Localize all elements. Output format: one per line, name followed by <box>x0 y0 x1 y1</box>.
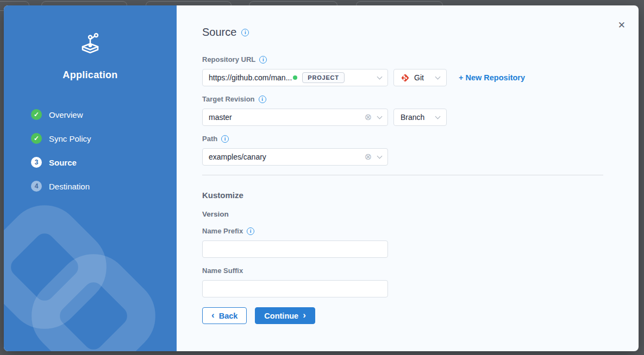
git-icon <box>401 73 410 83</box>
section-divider <box>202 175 603 175</box>
clear-icon[interactable]: ⊗ <box>365 153 372 161</box>
target-revision-group: Target Revision i master ⊗ Branch <box>202 95 639 126</box>
info-icon[interactable]: i <box>241 29 249 36</box>
step-label: Overview <box>49 110 83 119</box>
step-label: Source <box>49 158 77 167</box>
application-wizard-modal: Application ✓ Overview ✓ Sync Policy 3 S… <box>4 5 639 351</box>
target-revision-input[interactable]: master ⊗ <box>202 109 388 126</box>
argo-logo-watermark <box>4 194 161 351</box>
target-revision-value: master <box>209 113 232 122</box>
step-destination[interactable]: 4 Destination <box>31 181 177 192</box>
kustomize-heading: Kustomize <box>202 191 639 200</box>
info-icon[interactable]: i <box>259 96 266 103</box>
step-overview[interactable]: ✓ Overview <box>31 109 177 120</box>
step-source[interactable]: 3 Source <box>31 157 177 168</box>
name-suffix-input[interactable] <box>202 280 388 297</box>
path-input[interactable]: examples/canary ⊗ <box>202 148 388 166</box>
wizard-steps: ✓ Overview ✓ Sync Policy 3 Source 4 Dest… <box>4 109 177 192</box>
path-label: Path i <box>202 135 639 143</box>
info-icon[interactable]: i <box>247 227 254 235</box>
application-box-icon <box>78 33 103 55</box>
revision-type-select[interactable]: Branch <box>393 109 447 126</box>
name-suffix-label: Name Suffix <box>202 267 639 275</box>
path-value: examples/canary <box>209 153 266 161</box>
project-badge: PROJECT <box>302 72 345 83</box>
wizard-nav-buttons: ‹ Back Continue › <box>202 307 639 324</box>
info-icon[interactable]: i <box>221 135 229 143</box>
chevron-left-icon: ‹ <box>211 310 215 320</box>
back-button[interactable]: ‹ Back <box>202 307 247 324</box>
chevron-down-icon <box>435 113 441 119</box>
wizard-sidebar: Application ✓ Overview ✓ Sync Policy 3 S… <box>4 5 177 351</box>
path-group: Path i examples/canary ⊗ <box>202 135 639 166</box>
chevron-right-icon: › <box>303 310 306 320</box>
source-form-panel: ✕ Source i Repository URL i https://gith… <box>177 5 639 351</box>
chevron-down-icon[interactable] <box>377 113 383 119</box>
chevron-down-icon[interactable] <box>377 74 383 79</box>
check-icon: ✓ <box>31 133 42 144</box>
clear-icon[interactable]: ⊗ <box>365 113 372 122</box>
name-prefix-label: Name Prefix i <box>202 227 639 235</box>
info-icon[interactable]: i <box>259 56 267 64</box>
step-number-badge: 4 <box>31 181 42 192</box>
step-sync-policy[interactable]: ✓ Sync Policy <box>31 133 177 144</box>
step-label: Destination <box>49 182 90 191</box>
continue-button[interactable]: Continue › <box>255 307 315 324</box>
name-prefix-input[interactable] <box>202 240 388 258</box>
chevron-down-icon[interactable] <box>377 153 383 159</box>
new-repository-link[interactable]: + New Repository <box>459 73 525 82</box>
repo-connected-status-icon <box>293 75 297 80</box>
check-icon: ✓ <box>31 109 42 120</box>
revision-type-value: Branch <box>401 113 424 122</box>
close-icon[interactable]: ✕ <box>618 21 626 30</box>
version-label: Version <box>202 210 639 218</box>
repository-url-label: Repository URL i <box>202 55 639 64</box>
repo-type-value: Git <box>414 73 424 82</box>
step-number-badge: 3 <box>31 157 42 168</box>
step-label: Sync Policy <box>49 134 91 143</box>
target-revision-label: Target Revision i <box>202 95 639 103</box>
page-title: Source i <box>202 26 639 39</box>
repository-url-group: Repository URL i https://github.com/man.… <box>202 55 639 86</box>
name-prefix-group: Name Prefix i <box>202 227 639 258</box>
chevron-down-icon <box>435 74 441 79</box>
wizard-title: Application <box>4 69 177 81</box>
repository-url-dropdown[interactable]: https://github.com/man... PROJECT <box>202 69 388 86</box>
repo-type-select[interactable]: Git <box>393 69 447 86</box>
repository-url-value: https://github.com/man... <box>209 73 292 82</box>
page-title-text: Source <box>202 26 236 39</box>
name-suffix-group: Name Suffix <box>202 267 639 297</box>
